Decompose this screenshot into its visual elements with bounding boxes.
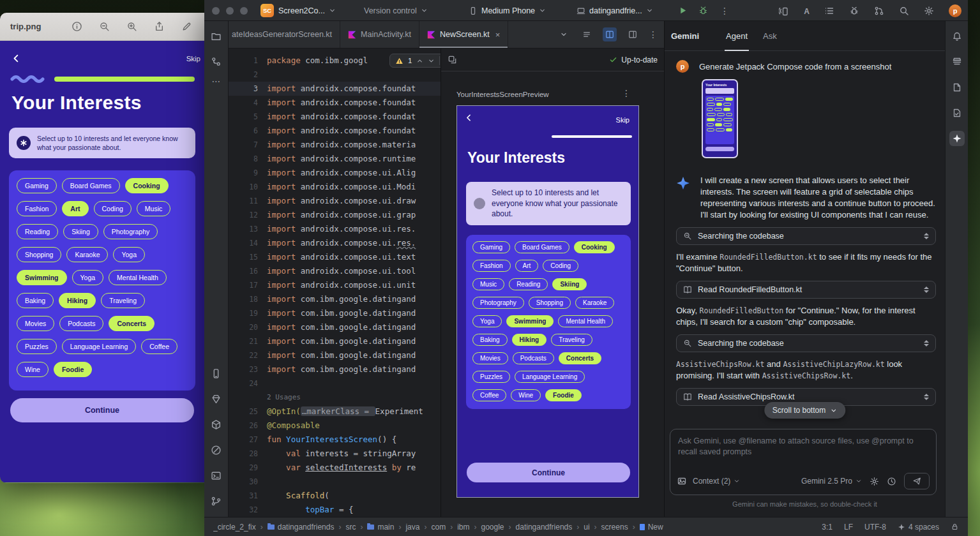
code-line[interactable]: 17import androidx.compose.ui.unit — [229, 278, 441, 292]
running-devices-icon[interactable] — [209, 366, 224, 381]
search-everywhere-icon[interactable] — [899, 6, 909, 16]
interest-chip[interactable]: Fashion — [472, 260, 511, 272]
tab-dateideasgeneratorscreen[interactable]: ateIdeasGeneratorScreen.kt — [229, 21, 340, 48]
expand-collapse-icon[interactable] — [924, 340, 929, 346]
app-inspection-icon[interactable] — [949, 105, 965, 121]
tool-call-card[interactable]: Searching the codebase — [676, 334, 936, 352]
interest-chip[interactable]: Yoga — [113, 247, 145, 262]
interest-chip[interactable]: Skiing — [552, 278, 587, 290]
interest-chip[interactable]: Cooking — [574, 241, 615, 253]
zoom-in-icon[interactable] — [126, 21, 137, 32]
preview-options-icon[interactable]: ⋮ — [622, 88, 631, 98]
code-line[interactable]: 7import androidx.compose.materia — [229, 138, 441, 152]
problems-icon[interactable] — [209, 442, 224, 458]
more-actions-icon[interactable]: ⋮ — [720, 0, 729, 21]
device-selector[interactable]: Medium Phone — [469, 0, 546, 21]
interest-chip[interactable]: Coffee — [472, 389, 506, 401]
tool-call-card[interactable]: Searching the codebase — [676, 227, 936, 245]
info-icon[interactable] — [72, 21, 82, 32]
interest-chip[interactable]: Shopping — [17, 247, 61, 262]
interest-chip[interactable]: Fashion — [17, 201, 57, 216]
interest-chip[interactable]: Coding — [94, 201, 132, 216]
code-line[interactable]: 2 — [229, 68, 441, 82]
preview-canvas[interactable]: YourInterestsScreenPreview ⋮ Skip Your I… — [441, 71, 664, 516]
line-separator[interactable]: LF — [844, 523, 853, 532]
interest-chip[interactable]: Hiking — [512, 334, 547, 346]
code-line[interactable]: 5import androidx.compose.foundat — [229, 110, 441, 124]
interest-chip[interactable]: Baking — [472, 334, 508, 346]
gemini-prompt-input[interactable]: Ask Gemini, use @filename to attach sour… — [670, 429, 937, 495]
tab-options-icon[interactable]: ⋮ — [649, 29, 658, 40]
interest-chip[interactable]: Wine — [511, 389, 541, 401]
breadcrumb-item[interactable]: _circle_2_fix — [213, 523, 256, 532]
vcs-widget[interactable]: Version control — [364, 0, 428, 21]
interest-chip[interactable]: Concerts — [109, 316, 155, 331]
breadcrumb-item[interactable]: datingandfriends — [516, 523, 573, 532]
interest-chip[interactable]: Swimming — [506, 315, 554, 327]
interest-chip[interactable]: Mental Health — [109, 270, 167, 285]
code-line[interactable]: 3import androidx.compose.foundat — [229, 82, 441, 96]
interest-chip[interactable]: Foodie — [545, 389, 582, 401]
interest-chip[interactable]: Board Games — [515, 241, 569, 253]
interest-chip[interactable]: Podcasts — [513, 352, 554, 364]
ai-assistant-icon[interactable]: A — [804, 5, 810, 17]
breadcrumb-item[interactable]: com — [431, 523, 446, 532]
preview-layout-icon[interactable] — [448, 55, 457, 64]
breadcrumb-item[interactable]: src — [345, 523, 356, 532]
commit-icon[interactable] — [209, 54, 224, 69]
hidden-tabs-chevron-icon[interactable] — [557, 27, 571, 41]
build-status[interactable]: Up-to-date — [609, 56, 658, 64]
editor-menu-icon[interactable] — [580, 27, 594, 41]
tool-call-card[interactable]: Read RoundedFilledButton.kt — [676, 281, 936, 299]
code-line[interactable]: 8import androidx.compose.runtime — [229, 152, 441, 166]
todo-list-icon[interactable] — [824, 6, 834, 16]
interest-chip[interactable]: Photography — [472, 297, 524, 309]
code-line[interactable]: 11import androidx.compose.ui.draw — [229, 194, 441, 208]
breadcrumb-item[interactable]: main — [367, 523, 394, 532]
profile-avatar[interactable]: p — [949, 4, 961, 17]
scroll-to-bottom-button[interactable]: Scroll to bottom — [764, 402, 845, 419]
image-viewer-titlebar[interactable]: trip.png — [0, 13, 211, 41]
preview-name[interactable]: YourInterestsScreenPreview — [456, 91, 549, 98]
device-mirror-icon[interactable] — [779, 6, 789, 16]
interest-chip[interactable]: Coffee — [141, 339, 177, 354]
expand-collapse-icon[interactable] — [924, 233, 929, 239]
context-selector[interactable]: Context (2) — [693, 477, 740, 486]
breadcrumb-item[interactable]: google — [481, 523, 504, 532]
interest-chip[interactable]: Gaming — [472, 241, 510, 253]
history-icon[interactable] — [887, 477, 896, 486]
share-icon[interactable] — [154, 21, 165, 32]
caret-position[interactable]: 3:1 — [822, 523, 833, 532]
split-editor-icon[interactable] — [626, 27, 640, 41]
interest-chip[interactable]: Traveling — [101, 293, 145, 308]
split-preview-icon[interactable] — [603, 27, 617, 41]
code-line[interactable]: 10import androidx.compose.ui.Modi — [229, 180, 441, 194]
breadcrumb-item[interactable]: ui — [584, 523, 589, 532]
gemini-icon[interactable] — [949, 131, 965, 146]
interest-chip[interactable]: Concerts — [559, 352, 601, 364]
expand-collapse-icon[interactable] — [924, 394, 929, 400]
code-line[interactable]: 16import androidx.compose.ui.tool — [229, 264, 441, 278]
interest-chip[interactable]: Puzzles — [17, 339, 57, 354]
interest-chip[interactable]: Photography — [103, 224, 158, 239]
interest-chip[interactable]: Coding — [543, 260, 578, 272]
breadcrumb-item[interactable]: screens — [601, 523, 628, 532]
interest-chip[interactable]: Language Learning — [515, 371, 585, 383]
code-line[interactable]: 26@Composable — [229, 419, 441, 433]
interest-chip[interactable]: Cooking — [125, 178, 169, 193]
tab-newscreen[interactable]: NewScreen.kt × — [419, 21, 508, 48]
code-line[interactable]: 30 — [229, 475, 441, 489]
inspection-widget[interactable]: 1 — [389, 54, 441, 68]
code-line[interactable]: 4import androidx.compose.foundat — [229, 96, 441, 110]
file-encoding[interactable]: UTF-8 — [864, 523, 886, 532]
build-icon[interactable] — [209, 417, 224, 432]
interest-chip[interactable]: Baking — [17, 293, 54, 308]
logcat-icon[interactable] — [949, 80, 965, 95]
settings-icon[interactable] — [924, 6, 934, 16]
code-line[interactable]: 20import com.ibm.google.datingand — [229, 320, 441, 334]
interest-chip[interactable]: Board Games — [62, 178, 120, 193]
edit-icon[interactable] — [181, 21, 192, 32]
interest-chip[interactable]: Foodie — [54, 362, 92, 377]
interest-chip[interactable]: Yoga — [72, 270, 104, 285]
attach-image-icon[interactable] — [677, 476, 687, 486]
